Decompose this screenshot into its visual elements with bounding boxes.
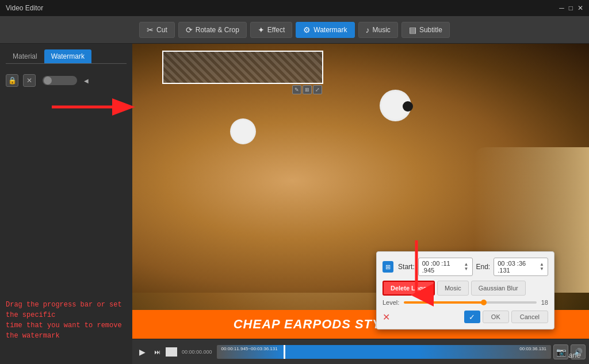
toolbar: ✂ Cut ⟳ Rotate & Crop ✦ Effect ⚙ Waterma… <box>0 16 589 44</box>
lock-row: 🔒 ✕ ◀ <box>6 74 127 87</box>
subtitle-icon: ▤ <box>409 25 416 35</box>
lock-button[interactable]: 🔒 <box>6 74 18 87</box>
popup-x-button[interactable]: ✕ <box>383 312 390 323</box>
title-bar: Video Editor ─ □ ✕ <box>0 0 589 16</box>
effect-icon: ✦ <box>258 25 265 35</box>
music-label: Music <box>373 26 391 34</box>
watermark-popup: ⊞ Start: 00 :00 :11 .945 ▲ ▼ End: 00 :03… <box>376 251 554 329</box>
video-area: ✎ ⊞ ⤢ CHEAP EARPODS STYLE EARPHONES ▶ ⏭ … <box>132 44 589 364</box>
effect-button[interactable]: ✦ Effect <box>250 22 292 38</box>
app-title: Video Editor <box>6 4 43 12</box>
rotate-icon: ⟳ <box>186 25 193 35</box>
watermark-selection-box[interactable]: ✎ ⊞ ⤢ <box>162 51 323 84</box>
time-inputs: Start: 00 :00 :11 .945 ▲ ▼ End: 00 :03 :… <box>398 258 548 276</box>
start-time-input[interactable]: 00 :00 :11 .945 ▲ ▼ <box>418 258 473 276</box>
watermark-button[interactable]: ⚙ Watermark <box>296 22 354 38</box>
subtitle-label: Subtitle <box>419 26 442 34</box>
popup-icon: ⊞ <box>383 261 393 273</box>
cut-button[interactable]: ✂ Cut <box>139 22 175 38</box>
toggle-switch[interactable] <box>43 76 77 85</box>
earphone-left <box>230 118 256 144</box>
panel-tabs: Material Watermark <box>6 49 127 64</box>
wm-handle-move[interactable]: ⤢ <box>313 85 322 94</box>
start-label: Start: <box>398 263 415 271</box>
gaussian-button[interactable]: Gaussian Blur <box>471 281 526 296</box>
effect-label: Effect <box>267 26 285 34</box>
minimize-btn[interactable]: ─ <box>559 4 564 12</box>
cut-icon: ✂ <box>147 25 154 35</box>
delete-logo-button[interactable]: Delete Logo <box>383 281 435 296</box>
level-thumb[interactable] <box>481 300 487 305</box>
play-button[interactable]: ▶ <box>136 346 148 358</box>
cut-label: Cut <box>156 26 167 34</box>
ok-cancel-group: ✓ OK Cancel <box>464 311 548 323</box>
confirm-check-button[interactable]: ✓ <box>464 311 480 323</box>
start-stepper[interactable]: ▲ ▼ <box>464 262 469 271</box>
level-label: Level: <box>383 299 399 306</box>
earphone-dot <box>403 101 413 112</box>
wm-handle-square[interactable]: ⊞ <box>303 85 312 94</box>
tab-material[interactable]: Material <box>6 49 44 63</box>
main-area: Material Watermark 🔒 ✕ ◀ Drag the progre… <box>0 44 589 364</box>
level-slider[interactable] <box>404 301 536 304</box>
popup-buttons: Delete Logo Mosic Gaussian Blur <box>383 281 548 296</box>
level-value: 18 <box>541 299 548 306</box>
time-display: 00:00:00.000 <box>182 349 212 355</box>
timeline-track[interactable]: 00:00:11.945~00:03:36.131 00:03:36.131 <box>217 345 551 359</box>
tab-watermark[interactable]: Watermark <box>44 49 91 63</box>
instruction-text: Drag the progress bar or set the specifi… <box>6 300 132 341</box>
play-next-button[interactable]: ⏭ <box>151 346 163 358</box>
end-stepper[interactable]: ▲ ▼ <box>540 262 544 271</box>
end-time-input[interactable]: 00 :03 :36 .131 ▲ ▼ <box>494 258 548 276</box>
wm-handle-edit[interactable]: ✎ <box>292 85 301 94</box>
camera-button[interactable]: 📷 <box>553 344 568 359</box>
watermark-icon: ⚙ <box>303 25 311 35</box>
popup-header: ⊞ Start: 00 :00 :11 .945 ▲ ▼ End: 00 :03… <box>383 258 548 276</box>
watermark-handles: ✎ ⊞ ⤢ <box>292 85 322 94</box>
stop-button[interactable] <box>166 347 177 357</box>
subtitle-button[interactable]: ▤ Subtitle <box>401 22 450 38</box>
close-btn[interactable]: ✕ <box>577 4 583 12</box>
ane-label: ane <box>568 351 581 359</box>
mosic-button[interactable]: Mosic <box>437 281 469 296</box>
timeline-labels: 00:00:11.945~00:03:36.131 00:03:36.131 <box>221 346 546 351</box>
level-row: Level: 18 <box>383 299 548 306</box>
end-label: End: <box>476 263 491 271</box>
remove-button[interactable]: ✕ <box>23 74 36 87</box>
rotate-button[interactable]: ⟳ Rotate & Crop <box>178 22 247 38</box>
left-panel: Material Watermark 🔒 ✕ ◀ Drag the progre… <box>0 44 132 364</box>
cancel-button[interactable]: Cancel <box>511 311 548 323</box>
popup-footer: ✕ ✓ OK Cancel <box>383 311 548 323</box>
rotate-label: Rotate & Crop <box>196 26 239 34</box>
music-button[interactable]: ♪ Music <box>358 22 398 38</box>
ok-button[interactable]: OK <box>483 311 509 323</box>
music-icon: ♪ <box>366 25 370 35</box>
timeline-bar: ▶ ⏭ 00:00:00.000 00:00:11.945~00:03:36.1… <box>132 339 589 364</box>
toggle-label: ◀ <box>84 78 89 84</box>
watermark-label: Watermark <box>313 26 347 34</box>
maximize-btn[interactable]: □ <box>569 4 573 12</box>
